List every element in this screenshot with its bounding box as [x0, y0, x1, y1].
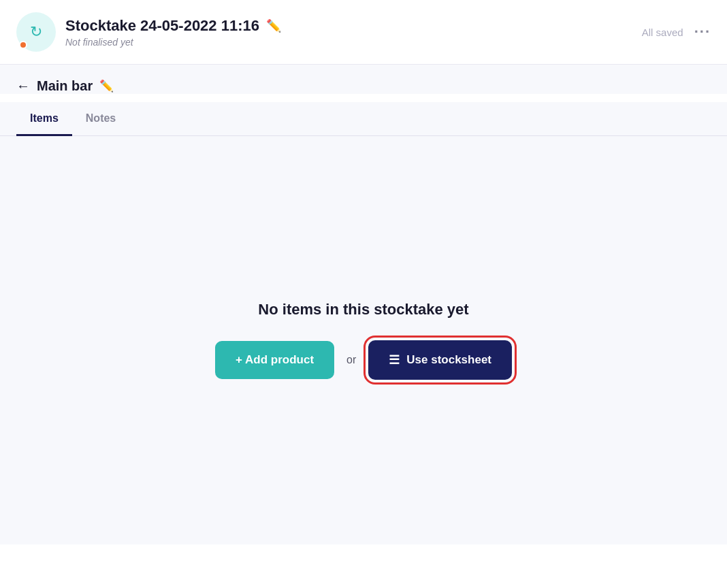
avatar: ↻ — [16, 12, 56, 52]
add-product-button[interactable]: + Add product — [215, 341, 334, 379]
header: ↻ Stocktake 24-05-2022 11:16 ✏️ Not fina… — [0, 0, 727, 65]
use-stocksheet-label: Use stocksheet — [406, 353, 491, 367]
header-title-row: Stocktake 24-05-2022 11:16 ✏️ — [65, 17, 281, 35]
edit-title-icon[interactable]: ✏️ — [266, 18, 281, 33]
sync-icon: ↻ — [30, 23, 42, 41]
use-stocksheet-button[interactable]: ☰ Use stocksheet — [368, 340, 512, 380]
sub-header: ← Main bar ✏️ — [0, 65, 727, 94]
more-menu-button[interactable]: ··· — [694, 23, 711, 41]
all-saved-label: All saved — [642, 27, 683, 38]
tabs-bar: Items Notes — [0, 102, 727, 136]
edit-location-icon[interactable]: ✏️ — [99, 79, 114, 93]
header-title-group: Stocktake 24-05-2022 11:16 ✏️ Not finali… — [65, 17, 281, 48]
list-icon: ☰ — [389, 353, 400, 368]
tab-items[interactable]: Items — [16, 103, 72, 136]
back-button[interactable]: ← — [16, 78, 30, 94]
empty-state: No items in this stocktake yet + Add pro… — [215, 301, 512, 380]
tab-notes[interactable]: Notes — [72, 103, 129, 136]
main-content: No items in this stocktake yet + Add pro… — [0, 136, 727, 544]
location-name: Main bar — [37, 78, 93, 94]
add-product-label: + Add product — [236, 353, 314, 367]
status-badge: Not finalised yet — [65, 37, 281, 48]
status-dot — [19, 41, 27, 49]
header-right: All saved ··· — [642, 23, 711, 41]
or-label: or — [346, 354, 356, 366]
header-left: ↻ Stocktake 24-05-2022 11:16 ✏️ Not fina… — [16, 12, 281, 52]
page-title: Stocktake 24-05-2022 11:16 — [65, 17, 259, 35]
cta-row: + Add product or ☰ Use stocksheet — [215, 340, 512, 380]
empty-message: No items in this stocktake yet — [258, 301, 468, 318]
